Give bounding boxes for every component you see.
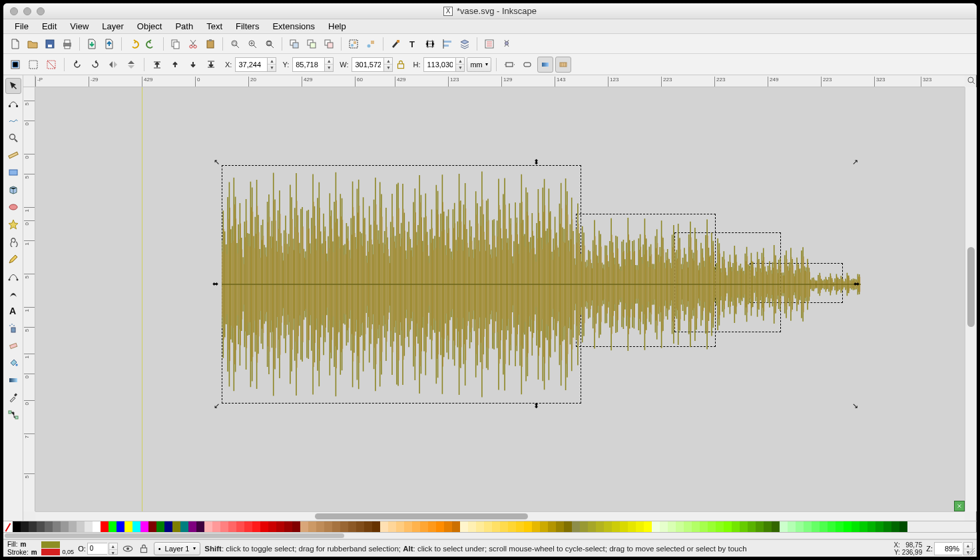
color-swatch[interactable] xyxy=(444,521,452,532)
color-swatch[interactable] xyxy=(548,521,556,532)
color-swatch[interactable] xyxy=(572,521,580,532)
color-swatch[interactable] xyxy=(756,521,764,532)
color-swatch[interactable] xyxy=(740,521,748,532)
color-swatch[interactable] xyxy=(372,521,380,532)
color-swatch[interactable] xyxy=(37,521,45,532)
color-swatch[interactable] xyxy=(220,521,228,532)
scale-handle-nw[interactable]: ↖ xyxy=(212,158,220,166)
menu-layer[interactable]: Layer xyxy=(96,20,130,33)
color-swatch[interactable] xyxy=(412,521,420,532)
color-swatch[interactable] xyxy=(308,521,316,532)
connector-tool[interactable] xyxy=(5,407,21,423)
scale-handle-ne[interactable]: ↗ xyxy=(851,158,859,166)
vertical-scrollbar[interactable] xyxy=(965,87,977,511)
spray-tool[interactable] xyxy=(5,320,21,336)
color-swatch[interactable] xyxy=(700,521,708,532)
copy-button[interactable] xyxy=(168,36,184,52)
text-dialog-button[interactable]: T xyxy=(405,36,421,52)
color-swatch[interactable] xyxy=(284,521,292,532)
color-swatch[interactable] xyxy=(644,521,652,532)
color-swatch[interactable] xyxy=(348,521,356,532)
color-swatch[interactable] xyxy=(53,521,61,532)
undo-button[interactable] xyxy=(126,36,142,52)
color-swatch[interactable] xyxy=(724,521,732,532)
color-swatch[interactable] xyxy=(804,521,812,532)
color-swatch[interactable] xyxy=(468,521,476,532)
color-swatch[interactable] xyxy=(891,521,899,532)
color-swatch[interactable] xyxy=(532,521,540,532)
menu-help[interactable]: Help xyxy=(322,20,352,33)
color-swatch[interactable] xyxy=(164,521,172,532)
zoom-corner-icon[interactable] xyxy=(967,76,976,85)
color-swatch[interactable] xyxy=(61,521,69,532)
print-button[interactable] xyxy=(59,36,75,52)
scale-handle-n[interactable]: ⬍ xyxy=(532,158,540,166)
color-swatch[interactable] xyxy=(620,521,628,532)
color-swatch[interactable] xyxy=(69,521,77,532)
color-swatch[interactable] xyxy=(508,521,516,532)
menu-view[interactable]: View xyxy=(64,20,95,33)
color-swatch[interactable] xyxy=(380,521,388,532)
color-swatch[interactable] xyxy=(109,521,117,532)
color-swatch[interactable] xyxy=(812,521,820,532)
transform-pattern-button[interactable] xyxy=(555,57,571,73)
deselect-button[interactable] xyxy=(43,57,59,73)
group-button[interactable] xyxy=(346,36,362,52)
preferences-button[interactable] xyxy=(481,36,497,52)
color-swatch[interactable] xyxy=(148,521,156,532)
color-swatch[interactable] xyxy=(500,521,508,532)
spiral-tool[interactable] xyxy=(5,234,21,250)
save-file-button[interactable] xyxy=(42,36,58,52)
color-swatch[interactable] xyxy=(588,521,596,532)
cut-button[interactable] xyxy=(185,36,201,52)
color-swatch[interactable] xyxy=(117,521,124,532)
duplicate-button[interactable] xyxy=(286,36,302,52)
fill-multi-indicator[interactable]: m xyxy=(21,541,27,548)
color-swatch[interactable] xyxy=(476,521,484,532)
color-swatch[interactable] xyxy=(332,521,340,532)
snap-indicator-icon[interactable] xyxy=(954,501,965,511)
layer-visible-toggle[interactable] xyxy=(122,543,134,555)
rotate-cw-button[interactable] xyxy=(87,57,103,73)
transform-corners-button[interactable] xyxy=(519,57,535,73)
color-swatch[interactable] xyxy=(492,521,500,532)
transform-stroke-button[interactable] xyxy=(501,57,517,73)
color-swatch[interactable] xyxy=(764,521,772,532)
color-swatch[interactable] xyxy=(628,521,636,532)
color-swatch[interactable] xyxy=(580,521,588,532)
scale-handle-w[interactable]: ⬌ xyxy=(211,280,219,288)
vertical-ruler[interactable]: 500510151510075 xyxy=(23,87,35,511)
color-swatch[interactable] xyxy=(732,521,740,532)
menu-filters[interactable]: Filters xyxy=(230,20,265,33)
color-swatch[interactable] xyxy=(604,521,612,532)
horizontal-scrollbar[interactable] xyxy=(35,511,965,521)
menu-file[interactable]: File xyxy=(9,20,35,33)
color-swatch[interactable] xyxy=(388,521,396,532)
pencil-tool[interactable] xyxy=(5,251,21,267)
color-swatch[interactable] xyxy=(77,521,85,532)
color-swatch[interactable] xyxy=(684,521,692,532)
unit-selector[interactable]: mm▾ xyxy=(467,57,491,72)
color-swatch[interactable] xyxy=(460,521,468,532)
zoom-drawing-button[interactable] xyxy=(244,36,260,52)
zoom-page-button[interactable] xyxy=(262,36,278,52)
color-swatch[interactable] xyxy=(668,521,676,532)
measure-tool[interactable] xyxy=(5,147,21,163)
color-swatch[interactable] xyxy=(452,521,460,532)
selector-tool[interactable] xyxy=(5,78,21,94)
color-swatch[interactable] xyxy=(324,521,332,532)
color-swatch[interactable] xyxy=(716,521,724,532)
export-button[interactable] xyxy=(101,36,117,52)
horizontal-ruler[interactable]: -P-2942902042960429123129143123223223249… xyxy=(35,75,965,87)
color-swatch[interactable] xyxy=(596,521,604,532)
color-swatch[interactable] xyxy=(636,521,644,532)
color-swatch[interactable] xyxy=(156,521,164,532)
color-swatch[interactable] xyxy=(244,521,252,532)
canvas[interactable]: ↖ ⬍ ↗ ⬌ ⬌ ↙ ⬍ ↘ xyxy=(35,87,965,511)
color-swatch[interactable] xyxy=(300,521,308,532)
color-swatch[interactable] xyxy=(556,521,564,532)
text-tool[interactable]: A xyxy=(5,303,21,319)
rectangle-tool[interactable] xyxy=(5,164,21,180)
color-swatch[interactable] xyxy=(844,521,852,532)
no-fill-swatch[interactable] xyxy=(3,521,13,532)
